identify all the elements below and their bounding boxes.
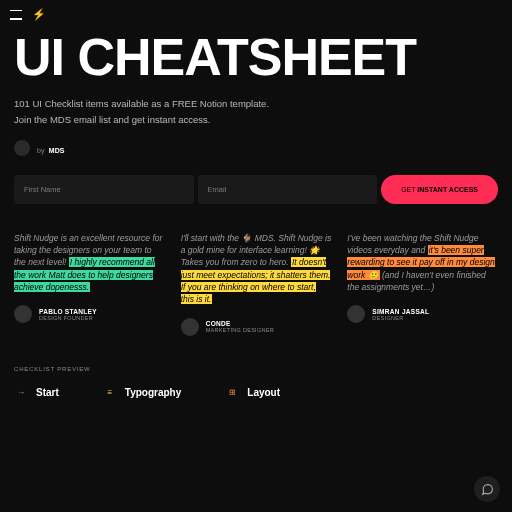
category-label: Start — [36, 387, 59, 398]
arrow-right-icon: → — [14, 386, 28, 400]
person-name: PABLO STANLEY — [39, 308, 97, 315]
person-name: CONDE — [206, 320, 274, 327]
avatar — [347, 305, 365, 323]
email-input[interactable] — [198, 175, 378, 204]
category-start[interactable]: → Start — [14, 386, 59, 400]
testimonial: Shift Nudge is an excellent resource for… — [14, 232, 165, 336]
bolt-icon: ⚡ — [32, 8, 46, 21]
cta-strong: INSTANT ACCESS — [417, 186, 478, 193]
person-role: DESIGNER — [372, 315, 429, 321]
avatar — [14, 305, 32, 323]
person-name: SIMRAN JASSAL — [372, 308, 429, 315]
author-name: MDS — [49, 147, 65, 154]
subtitle-line-1: 101 UI Checklist items available as a FR… — [14, 96, 498, 111]
avatar — [181, 318, 199, 336]
categories: → Start ≡ Typography ⊞ Layout — [14, 386, 498, 400]
testimonials: Shift Nudge is an excellent resource for… — [14, 232, 498, 336]
section-label: CHECKLIST PREVIEW — [14, 366, 498, 372]
person-role: MARKETING DESIGNER — [206, 327, 274, 333]
testimonial: I've been watching the Shift Nudge video… — [347, 232, 498, 336]
person-role: DESIGN FOUNDER — [39, 315, 97, 321]
chat-icon — [481, 483, 494, 496]
category-typography[interactable]: ≡ Typography — [103, 386, 181, 400]
cta-prefix: GET — [401, 186, 417, 193]
category-label: Layout — [247, 387, 280, 398]
help-button[interactable] — [474, 476, 500, 502]
author-block: by MDS — [14, 139, 498, 157]
menu-icon[interactable] — [10, 10, 22, 20]
author-avatar — [14, 140, 30, 156]
category-layout[interactable]: ⊞ Layout — [225, 386, 280, 400]
subtitle-line-2: Join the MDS email list and get instant … — [14, 112, 498, 127]
typography-icon: ≡ — [103, 386, 117, 400]
page-title: UI CHEATSHEET — [14, 33, 498, 82]
category-label: Typography — [125, 387, 181, 398]
testimonial: I'll start with the 🐐 MDS. Shift Nudge i… — [181, 232, 332, 336]
first-name-input[interactable] — [14, 175, 194, 204]
layout-icon: ⊞ — [225, 386, 239, 400]
cta-button[interactable]: GET INSTANT ACCESS — [381, 175, 498, 204]
author-by: by — [37, 147, 44, 154]
